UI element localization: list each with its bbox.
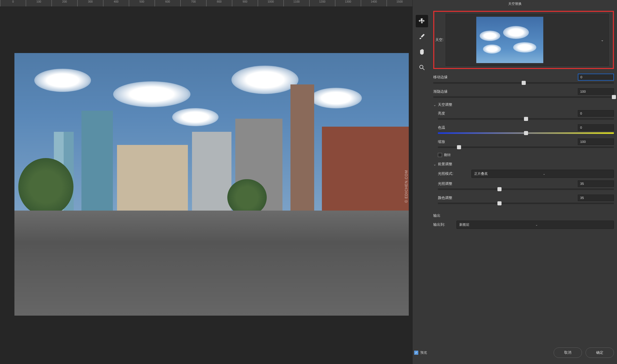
toolbar: [416, 15, 430, 77]
document-image[interactable]: © EDICHEN.COM: [14, 53, 409, 316]
ruler-tick: 500: [129, 0, 155, 6]
ruler-tick: 600: [155, 0, 180, 6]
zoom-tool[interactable]: [416, 61, 428, 74]
output-title: 输出: [433, 213, 614, 218]
shift-edge-track[interactable]: [433, 82, 614, 84]
ruler-tick: 1200: [309, 0, 335, 6]
fade-edge-value[interactable]: 100: [578, 88, 614, 95]
shift-edge-value[interactable]: 0: [578, 74, 614, 81]
brush-tool[interactable]: [416, 30, 428, 43]
ruler-tick: 1500: [387, 0, 412, 6]
chevron-down-icon: ⌄: [433, 103, 436, 107]
sky-replacement-panel: 天空替换 天空: ⌄ 移动边缘 0: [412, 0, 617, 364]
canvas-area: © EDICHEN.COM: [0, 7, 412, 364]
watermark-text: © EDICHEN.COM: [404, 170, 408, 203]
building: [322, 127, 409, 211]
temperature-value[interactable]: 0: [578, 124, 614, 131]
chevron-down-icon: ⌄: [535, 223, 611, 227]
output-to-label: 输出到:: [433, 222, 456, 227]
slider-label: 缩放: [438, 140, 578, 144]
ok-button[interactable]: 确定: [586, 348, 614, 358]
tree: [227, 179, 267, 216]
fade-edge-track[interactable]: [433, 96, 614, 98]
ruler-tick: 1000: [258, 0, 284, 6]
output-section: 输出 输出到: 新图层 ⌄: [433, 213, 614, 229]
panel-footer: 预览 取消 确定: [413, 348, 614, 358]
chevron-down-icon: ⌄: [433, 162, 436, 166]
light-adjust-track[interactable]: [438, 188, 614, 190]
preview-checkbox[interactable]: [414, 351, 418, 355]
flip-label: 翻转: [444, 153, 451, 157]
lighting-mode-select[interactable]: 正片叠底 ⌄: [471, 170, 614, 178]
building: [290, 84, 314, 211]
ruler-tick: 400: [103, 0, 129, 6]
ruler-tick: 1300: [335, 0, 361, 6]
scale-track[interactable]: [438, 146, 614, 148]
chevron-down-icon: ⌄: [543, 172, 611, 176]
slider-label: 光照调整: [438, 181, 578, 186]
tree: [18, 158, 73, 216]
ruler-tick: 800: [206, 0, 232, 6]
brightness-slider: 亮度 0: [438, 110, 614, 120]
photo-ground: [14, 211, 409, 316]
shift-edge-slider: 移动边缘 0: [433, 74, 614, 84]
color-adjust-value[interactable]: 35: [578, 195, 614, 201]
hand-tool[interactable]: [416, 46, 428, 58]
brightness-track[interactable]: [438, 118, 614, 120]
output-to-value: 新图层: [459, 222, 535, 227]
slider-label: 移动边缘: [433, 75, 578, 80]
brightness-value[interactable]: 0: [578, 110, 614, 117]
chevron-down-icon[interactable]: ⌄: [599, 38, 606, 42]
slider-thumb[interactable]: [457, 145, 461, 149]
flip-checkbox[interactable]: [438, 153, 442, 157]
lighting-mode-label: 光照模式:: [438, 171, 471, 176]
temperature-slider: 色温 0: [438, 124, 614, 134]
lighting-mode-row: 光照模式: 正片叠底 ⌄: [438, 170, 614, 178]
svg-line-1: [423, 68, 424, 70]
panel-title: 天空替换: [413, 0, 617, 8]
building: [117, 145, 188, 211]
preview-label: 预览: [420, 350, 427, 355]
move-tool[interactable]: [416, 15, 428, 27]
ruler-tick: 700: [180, 0, 206, 6]
slider-thumb[interactable]: [612, 95, 616, 99]
ruler-tick: 1400: [361, 0, 387, 6]
slider-thumb[interactable]: [524, 131, 528, 135]
ruler-tick: 300: [77, 0, 103, 6]
slider-thumb[interactable]: [524, 117, 528, 121]
lighting-mode-value: 正片叠底: [474, 171, 543, 176]
section-label: 天空调整: [438, 102, 452, 107]
slider-thumb[interactable]: [497, 201, 502, 205]
slider-thumb[interactable]: [497, 187, 502, 191]
output-to-select[interactable]: 新图层 ⌄: [456, 221, 614, 229]
svg-point-0: [420, 65, 423, 68]
temperature-track[interactable]: [438, 132, 614, 134]
scale-slider: 缩放 100: [438, 138, 614, 148]
scale-value[interactable]: 100: [578, 138, 614, 145]
foreground-adjust-section-header[interactable]: ⌄ 前景调整: [433, 162, 614, 167]
light-adjust-value[interactable]: 35: [578, 180, 614, 187]
section-label: 前景调整: [438, 162, 452, 167]
slider-label: 渐隐边缘: [433, 89, 578, 94]
ruler-tick: 900: [232, 0, 258, 6]
color-adjust-track[interactable]: [438, 203, 614, 204]
sky-label: 天空:: [435, 38, 444, 42]
cancel-button[interactable]: 取消: [554, 348, 582, 358]
ruler-tick: 200: [52, 0, 77, 6]
ruler-tick: 0: [0, 0, 26, 6]
slider-thumb[interactable]: [522, 81, 526, 85]
output-to-row: 输出到: 新图层 ⌄: [433, 221, 614, 229]
slider-label: 颜色调整: [438, 196, 578, 200]
building: [81, 111, 113, 211]
ruler-tick: 100: [26, 0, 52, 6]
slider-label: 色温: [438, 125, 578, 130]
sky-selector-highlight: 天空: ⌄: [433, 11, 614, 69]
building: [192, 132, 231, 211]
color-adjust-slider: 颜色调整 35: [438, 195, 614, 204]
sky-preset-dropdown[interactable]: ⌄: [446, 14, 609, 66]
fade-edge-slider: 渐隐边缘 100: [433, 88, 614, 98]
slider-label: 亮度: [438, 111, 578, 116]
light-adjust-slider: 光照调整 35: [438, 180, 614, 190]
sky-thumbnail: [476, 17, 543, 63]
sky-adjust-section-header[interactable]: ⌄ 天空调整: [433, 102, 614, 107]
